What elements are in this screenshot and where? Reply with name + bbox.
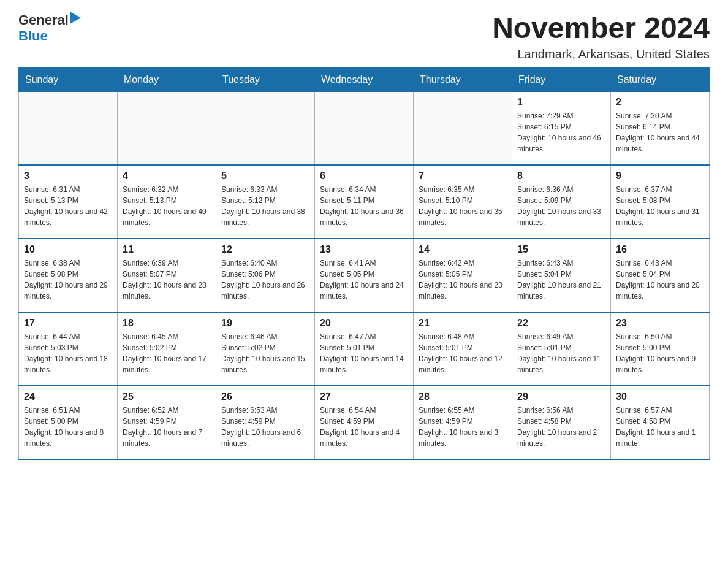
day-number: 14	[419, 244, 507, 255]
day-number: 3	[24, 170, 112, 182]
day-info: Sunrise: 6:48 AMSunset: 5:01 PMDaylight:…	[419, 331, 507, 375]
day-info: Sunrise: 6:38 AMSunset: 5:08 PMDaylight:…	[24, 258, 112, 302]
day-number: 8	[517, 170, 605, 182]
day-number: 6	[320, 170, 408, 182]
calendar-day-cell: 25Sunrise: 6:52 AMSunset: 4:59 PMDayligh…	[118, 386, 216, 459]
day-number: 4	[123, 170, 211, 182]
page-title: November 2024	[492, 12, 710, 45]
calendar-header-row: SundayMondayTuesdayWednesdayThursdayFrid…	[19, 67, 710, 91]
calendar-day-cell: 13Sunrise: 6:41 AMSunset: 5:05 PMDayligh…	[315, 239, 414, 312]
calendar-day-cell: 16Sunrise: 6:43 AMSunset: 5:04 PMDayligh…	[611, 239, 710, 312]
calendar-day-header: Friday	[512, 67, 611, 91]
calendar-day-cell: 10Sunrise: 6:38 AMSunset: 5:08 PMDayligh…	[19, 239, 118, 312]
calendar-day-cell: 19Sunrise: 6:46 AMSunset: 5:02 PMDayligh…	[216, 312, 315, 386]
calendar-day-header: Wednesday	[315, 67, 414, 91]
day-number: 1	[517, 97, 605, 108]
day-info: Sunrise: 6:49 AMSunset: 5:01 PMDaylight:…	[517, 331, 605, 375]
day-number: 5	[221, 170, 309, 182]
day-info: Sunrise: 6:51 AMSunset: 5:00 PMDaylight:…	[24, 405, 112, 449]
calendar-day-cell: 3Sunrise: 6:31 AMSunset: 5:13 PMDaylight…	[19, 165, 118, 239]
calendar-day-cell: 6Sunrise: 6:34 AMSunset: 5:11 PMDaylight…	[315, 165, 414, 239]
logo: General Blue	[18, 12, 82, 44]
calendar-day-cell: 7Sunrise: 6:35 AMSunset: 5:10 PMDaylight…	[414, 165, 512, 239]
day-info: Sunrise: 6:45 AMSunset: 5:02 PMDaylight:…	[123, 331, 211, 375]
day-info: Sunrise: 6:43 AMSunset: 5:04 PMDaylight:…	[517, 258, 605, 302]
day-number: 28	[419, 391, 507, 402]
day-number: 12	[221, 244, 309, 255]
day-info: Sunrise: 6:54 AMSunset: 4:59 PMDaylight:…	[320, 405, 408, 449]
day-info: Sunrise: 6:33 AMSunset: 5:12 PMDaylight:…	[221, 184, 309, 228]
day-number: 7	[419, 170, 507, 182]
calendar-day-cell	[414, 91, 512, 165]
day-info: Sunrise: 6:32 AMSunset: 5:13 PMDaylight:…	[123, 184, 211, 228]
day-number: 21	[419, 318, 507, 329]
day-info: Sunrise: 6:53 AMSunset: 4:59 PMDaylight:…	[221, 405, 309, 449]
logo-blue-text: Blue	[18, 28, 82, 44]
day-info: Sunrise: 6:44 AMSunset: 5:03 PMDaylight:…	[24, 331, 112, 375]
day-number: 30	[616, 391, 704, 402]
page-subtitle: Landmark, Arkansas, United States	[492, 47, 710, 61]
calendar-day-cell	[19, 91, 118, 165]
day-number: 23	[616, 318, 704, 329]
calendar-day-cell: 11Sunrise: 6:39 AMSunset: 5:07 PMDayligh…	[118, 239, 216, 312]
day-number: 29	[517, 391, 605, 402]
day-number: 20	[320, 318, 408, 329]
day-number: 15	[517, 244, 605, 255]
day-info: Sunrise: 6:37 AMSunset: 5:08 PMDaylight:…	[616, 184, 704, 228]
calendar-day-cell: 24Sunrise: 6:51 AMSunset: 5:00 PMDayligh…	[19, 386, 118, 459]
calendar-day-cell	[216, 91, 315, 165]
calendar-day-cell: 17Sunrise: 6:44 AMSunset: 5:03 PMDayligh…	[19, 312, 118, 386]
calendar-day-cell: 21Sunrise: 6:48 AMSunset: 5:01 PMDayligh…	[414, 312, 512, 386]
calendar-week-row: 1Sunrise: 7:29 AMSunset: 6:15 PMDaylight…	[19, 91, 710, 165]
calendar-week-row: 17Sunrise: 6:44 AMSunset: 5:03 PMDayligh…	[19, 312, 710, 386]
day-number: 11	[123, 244, 211, 255]
day-number: 19	[221, 318, 309, 329]
day-info: Sunrise: 6:52 AMSunset: 4:59 PMDaylight:…	[123, 405, 211, 449]
day-number: 22	[517, 318, 605, 329]
calendar-day-cell: 23Sunrise: 6:50 AMSunset: 5:00 PMDayligh…	[611, 312, 710, 386]
calendar-day-cell: 27Sunrise: 6:54 AMSunset: 4:59 PMDayligh…	[315, 386, 414, 459]
calendar-day-cell	[315, 91, 414, 165]
logo-general-text: General	[18, 12, 69, 28]
day-info: Sunrise: 7:30 AMSunset: 6:14 PMDaylight:…	[616, 110, 704, 155]
day-number: 26	[221, 391, 309, 402]
logo-triangle-icon	[70, 12, 82, 24]
calendar-day-cell: 9Sunrise: 6:37 AMSunset: 5:08 PMDaylight…	[611, 165, 710, 239]
calendar-day-cell: 5Sunrise: 6:33 AMSunset: 5:12 PMDaylight…	[216, 165, 315, 239]
day-info: Sunrise: 6:41 AMSunset: 5:05 PMDaylight:…	[320, 258, 408, 302]
calendar-day-cell: 30Sunrise: 6:57 AMSunset: 4:58 PMDayligh…	[611, 386, 710, 459]
calendar-table: SundayMondayTuesdayWednesdayThursdayFrid…	[18, 67, 710, 461]
svg-marker-0	[70, 12, 81, 24]
page-header: General Blue November 2024 Landmark, Ark…	[18, 12, 710, 61]
calendar-day-header: Tuesday	[216, 67, 315, 91]
calendar-day-cell: 14Sunrise: 6:42 AMSunset: 5:05 PMDayligh…	[414, 239, 512, 312]
day-number: 2	[616, 97, 704, 108]
title-section: November 2024 Landmark, Arkansas, United…	[492, 12, 710, 61]
day-info: Sunrise: 6:55 AMSunset: 4:59 PMDaylight:…	[419, 405, 507, 449]
calendar-day-cell: 15Sunrise: 6:43 AMSunset: 5:04 PMDayligh…	[512, 239, 611, 312]
day-number: 17	[24, 318, 112, 329]
calendar-week-row: 3Sunrise: 6:31 AMSunset: 5:13 PMDaylight…	[19, 165, 710, 239]
calendar-day-header: Thursday	[414, 67, 512, 91]
day-info: Sunrise: 6:40 AMSunset: 5:06 PMDaylight:…	[221, 258, 309, 302]
day-info: Sunrise: 6:39 AMSunset: 5:07 PMDaylight:…	[123, 258, 211, 302]
calendar-day-cell: 1Sunrise: 7:29 AMSunset: 6:15 PMDaylight…	[512, 91, 611, 165]
calendar-day-cell: 18Sunrise: 6:45 AMSunset: 5:02 PMDayligh…	[118, 312, 216, 386]
calendar-week-row: 24Sunrise: 6:51 AMSunset: 5:00 PMDayligh…	[19, 386, 710, 459]
day-info: Sunrise: 6:36 AMSunset: 5:09 PMDaylight:…	[517, 184, 605, 228]
day-info: Sunrise: 6:57 AMSunset: 4:58 PMDaylight:…	[616, 405, 704, 449]
day-number: 10	[24, 244, 112, 255]
day-number: 16	[616, 244, 704, 255]
calendar-day-cell: 29Sunrise: 6:56 AMSunset: 4:58 PMDayligh…	[512, 386, 611, 459]
calendar-day-header: Monday	[118, 67, 216, 91]
day-info: Sunrise: 6:56 AMSunset: 4:58 PMDaylight:…	[517, 405, 605, 449]
day-info: Sunrise: 6:43 AMSunset: 5:04 PMDaylight:…	[616, 258, 704, 302]
calendar-day-cell: 4Sunrise: 6:32 AMSunset: 5:13 PMDaylight…	[118, 165, 216, 239]
calendar-day-cell: 2Sunrise: 7:30 AMSunset: 6:14 PMDaylight…	[611, 91, 710, 165]
day-info: Sunrise: 6:34 AMSunset: 5:11 PMDaylight:…	[320, 184, 408, 228]
calendar-day-cell: 28Sunrise: 6:55 AMSunset: 4:59 PMDayligh…	[414, 386, 512, 459]
day-number: 27	[320, 391, 408, 402]
day-info: Sunrise: 6:46 AMSunset: 5:02 PMDaylight:…	[221, 331, 309, 375]
calendar-day-cell: 26Sunrise: 6:53 AMSunset: 4:59 PMDayligh…	[216, 386, 315, 459]
calendar-day-cell	[118, 91, 216, 165]
